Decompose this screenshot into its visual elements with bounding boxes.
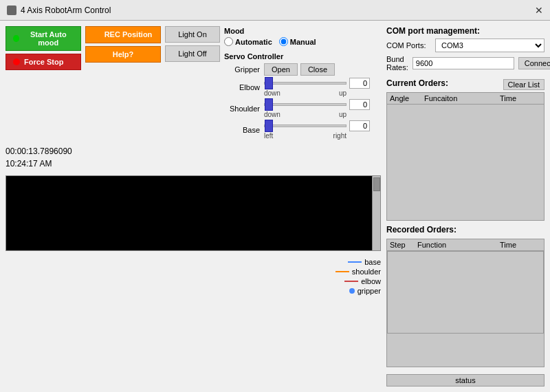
legend-shoulder-color (336, 271, 349, 272)
start-auto-button[interactable]: Start Auto mood (6, 26, 81, 51)
connect-button[interactable]: Connect (518, 57, 550, 69)
left-panel: Start Auto mood Force Stop REC Position … (6, 26, 381, 386)
rec-position-button[interactable]: REC Position (85, 26, 161, 43)
elbow-row: Elbow down up (224, 78, 381, 97)
gripper-buttons: Open Close (264, 63, 335, 76)
mood-manual-label[interactable]: Manual (279, 37, 316, 46)
shoulder-slider[interactable] (264, 103, 346, 106)
light-button-group: Light On Light Off (165, 26, 220, 62)
recorded-orders-table-header: Step Function Time (387, 239, 544, 251)
timer-section: 00:00:13.7896090 10:24:17 AM (6, 146, 381, 168)
top-row: Start Auto mood Force Stop REC Position … (6, 26, 381, 140)
elbow-slider-labels: down up (264, 89, 346, 97)
recorded-orders-section: Recorded Orders: Step Function Time (386, 225, 544, 367)
base-slider-labels: left right (264, 132, 346, 140)
servo-section: Servo Controller Gripper Open Close Elbo… (224, 52, 381, 140)
current-orders-section: Current Orders: Clear List Angle Funcait… (386, 78, 544, 221)
app-icon (7, 6, 16, 15)
com-ports-select[interactable]: COM3 COM1 COM2 (435, 39, 544, 52)
gripper-open-button[interactable]: Open (264, 63, 298, 76)
com-section: COM port management: COM Ports: COM3 COM… (386, 26, 544, 74)
elbow-value-input[interactable] (349, 78, 370, 89)
current-orders-table: Angle Funcaiton Time (386, 92, 544, 221)
legend-gripper-label: gripper (358, 287, 381, 295)
current-orders-header: Current Orders: Clear List (386, 78, 544, 91)
elbow-slider-container: down up (264, 78, 381, 97)
rec-col-step: Step (390, 241, 417, 249)
base-label: Base (224, 126, 260, 134)
base-slider[interactable] (264, 124, 346, 127)
current-orders-title: Current Orders: (386, 78, 448, 88)
light-off-button[interactable]: Light Off (165, 45, 220, 62)
base-row: Base left right (224, 120, 381, 140)
status-bar: status (386, 374, 544, 386)
recorded-orders-table: Step Function Time (386, 239, 544, 367)
elapsed-time: 00:00:13.7896090 (6, 146, 381, 156)
shoulder-value-input[interactable] (349, 99, 370, 110)
recorded-orders-title: Recorded Orders: (386, 225, 456, 235)
gripper-row: Gripper Open Close (224, 63, 381, 76)
legend-shoulder-label: shoulder (352, 268, 381, 276)
shoulder-row: Shoulder down up (224, 99, 381, 118)
elbow-slider-track (264, 78, 381, 89)
legend-gripper: gripper (349, 287, 381, 295)
mood-label: Mood (224, 27, 244, 35)
legend-elbow-label: elbow (361, 277, 381, 285)
legend-base: base (348, 258, 381, 266)
plot-scrollbar[interactable] (372, 176, 380, 250)
rec-col-function: Function (417, 241, 500, 249)
force-stop-button[interactable]: Force Stop (6, 54, 81, 70)
gripper-label: Gripper (224, 65, 260, 74)
baud-rates-input[interactable] (412, 57, 514, 69)
legend-base-label: base (364, 258, 381, 266)
shoulder-slider-labels: down up (264, 111, 346, 118)
scroll-thumb[interactable] (373, 177, 380, 191)
mood-section: Mood Automatic Manual (224, 26, 381, 46)
base-slider-container: left right (264, 120, 381, 140)
legend-elbow: elbow (344, 277, 381, 285)
shoulder-slider-track (264, 99, 381, 110)
clear-list-button[interactable]: Clear List (503, 79, 544, 90)
mood-automatic-radio[interactable] (224, 37, 233, 46)
plot-area (6, 175, 381, 251)
left-button-group: Start Auto mood Force Stop (6, 26, 81, 70)
main-content: Start Auto mood Force Stop REC Position … (0, 21, 550, 392)
col-time: Time (500, 94, 541, 102)
rec-col-time: Time (500, 241, 541, 249)
com-ports-label: COM Ports: (386, 41, 431, 50)
base-slider-track (264, 120, 381, 131)
elbow-label: Elbow (224, 83, 260, 91)
window-title: 4 Axis RobotArm Control (21, 6, 111, 15)
mood-row: Automatic Manual (224, 37, 381, 46)
current-orders-table-header: Angle Funcaiton Time (387, 93, 544, 105)
light-on-button[interactable]: Light On (165, 26, 220, 43)
right-panel: COM port management: COM Ports: COM3 COM… (386, 26, 544, 386)
servo-title: Servo Controller (224, 52, 283, 61)
mood-automatic-label[interactable]: Automatic (224, 37, 272, 46)
legend-area: base shoulder elbow gripper (6, 258, 381, 295)
current-time: 10:24:17 AM (6, 159, 381, 168)
elbow-slider[interactable] (264, 82, 346, 85)
mood-manual-radio[interactable] (279, 37, 288, 46)
close-button[interactable]: ✕ (535, 5, 543, 16)
base-value-input[interactable] (349, 120, 370, 131)
recorded-orders-header: Recorded Orders: (386, 225, 544, 237)
recorded-orders-table-body (387, 251, 544, 334)
start-indicator (13, 35, 19, 42)
rec-indicator (94, 31, 101, 38)
status-text: status (455, 376, 475, 384)
title-bar: 4 Axis RobotArm Control ✕ (0, 0, 550, 21)
legend-base-color (348, 261, 362, 263)
baud-rates-label: Bund Rates: (386, 55, 408, 72)
help-button[interactable]: Help? (85, 46, 161, 63)
shoulder-slider-container: down up (264, 99, 381, 118)
col-angle: Angle (390, 94, 424, 102)
com-title: COM port management: (386, 26, 544, 36)
com-ports-row: COM Ports: COM3 COM1 COM2 (386, 39, 544, 52)
legend-shoulder: shoulder (336, 268, 381, 276)
right-button-group: REC Position Help? (85, 26, 161, 63)
gripper-close-button[interactable]: Close (300, 63, 335, 76)
legend-gripper-color (349, 288, 355, 294)
col-function: Funcaiton (424, 94, 500, 102)
stop-indicator (13, 58, 20, 65)
